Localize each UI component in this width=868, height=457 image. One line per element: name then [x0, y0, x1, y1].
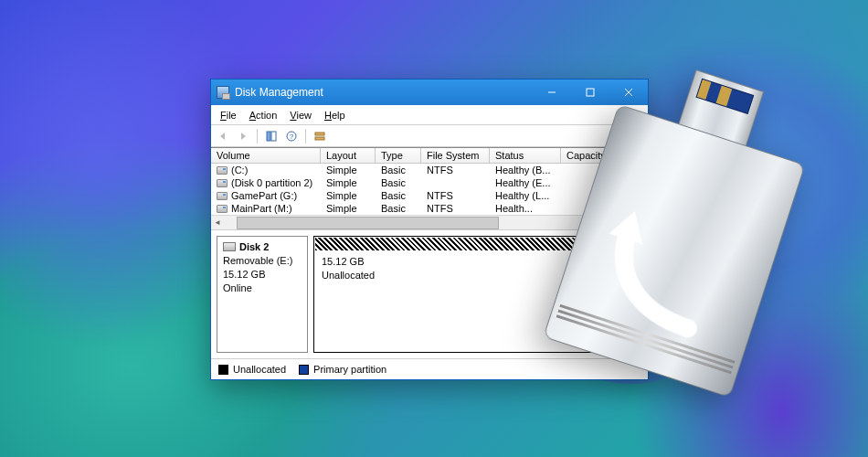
col-status[interactable]: Status: [490, 148, 561, 164]
volume-cell: Basic: [376, 202, 421, 215]
svg-rect-9: [315, 137, 324, 140]
volume-cell: NTFS: [421, 202, 490, 215]
svg-rect-8: [315, 133, 324, 135]
volume-cell: Health...: [490, 202, 561, 215]
volume-cell: NTFS: [421, 189, 490, 202]
volume-cell: Basic: [376, 189, 421, 202]
legend-label: Primary partition: [313, 364, 386, 375]
volume-cell: Simple: [321, 189, 376, 202]
volume-row[interactable]: GamePart (G:) Simple Basic NTFS Healthy …: [211, 189, 648, 202]
drive-icon: [217, 205, 228, 213]
volume-cell: Basic: [376, 164, 421, 176]
maximize-button[interactable]: [571, 80, 609, 105]
col-volume[interactable]: Volume: [211, 148, 321, 164]
volume-row[interactable]: (Disk 0 partition 2) Simple Basic Health…: [211, 176, 648, 189]
forward-button[interactable]: [235, 128, 251, 144]
help-button[interactable]: ?: [283, 128, 300, 144]
scroll-thumb[interactable]: [237, 217, 499, 229]
svg-rect-4: [267, 132, 270, 141]
disk-title: Disk 2: [239, 240, 269, 254]
volume-cell: Healthy (E...: [490, 176, 561, 189]
legend-swatch-primary: [299, 365, 309, 375]
volume-cell: (C:): [231, 165, 248, 175]
volume-cell: GamePart (G:): [231, 190, 297, 201]
menu-view[interactable]: View: [284, 108, 317, 122]
menu-file[interactable]: File: [215, 108, 242, 122]
legend: Unallocated Primary partition: [211, 359, 648, 379]
toolbar: ?: [211, 125, 648, 147]
volume-cell: Simple: [321, 202, 376, 215]
volume-cell: Simple: [321, 176, 376, 189]
volume-cell: Healthy (L...: [490, 189, 561, 202]
volume-cell: NTFS: [421, 164, 490, 176]
volume-cell: Basic: [376, 176, 421, 189]
disk-state: Online: [223, 282, 302, 295]
volume-row[interactable]: (C:) Simple Basic NTFS Healthy (B...: [211, 164, 648, 176]
volume-cell: (Disk 0 partition 2): [231, 177, 312, 188]
window-title: Disk Management: [235, 86, 323, 99]
svg-rect-1: [587, 89, 594, 96]
minimize-button[interactable]: [533, 80, 571, 105]
drive-icon: [217, 179, 228, 187]
menubar: File Action View Help: [211, 105, 648, 125]
scroll-left-icon[interactable]: ◄: [211, 217, 224, 229]
col-filesystem[interactable]: File System: [421, 148, 490, 164]
refresh-button[interactable]: [312, 128, 328, 144]
drive-icon: [217, 166, 228, 175]
volume-cell: MainPart (M:): [231, 203, 292, 214]
legend-swatch-unallocated: [218, 365, 228, 375]
disk-info-panel[interactable]: Disk 2 Removable (E:) 15.12 GB Online: [217, 236, 308, 353]
legend-label: Unallocated: [233, 364, 286, 375]
show-hide-tree-button[interactable]: [263, 128, 280, 144]
disk-label: Removable (E:): [223, 254, 302, 268]
svg-text:?: ?: [290, 133, 294, 141]
menu-action[interactable]: Action: [244, 108, 283, 122]
col-layout[interactable]: Layout: [321, 148, 376, 164]
titlebar[interactable]: Disk Management: [211, 80, 648, 105]
drive-icon: [217, 192, 228, 200]
col-type[interactable]: Type: [376, 148, 421, 164]
app-icon: [217, 86, 229, 99]
menu-help[interactable]: Help: [319, 108, 351, 122]
svg-rect-5: [271, 132, 276, 141]
volume-cell: Simple: [321, 164, 376, 176]
disk-icon: [223, 242, 236, 251]
volume-cell: Healthy (B...: [490, 164, 561, 176]
volume-cell: [421, 176, 490, 189]
back-button[interactable]: [215, 128, 231, 144]
volume-list-header: Volume Layout Type File System Status Ca…: [211, 148, 648, 164]
disk-size: 15.12 GB: [223, 268, 302, 282]
